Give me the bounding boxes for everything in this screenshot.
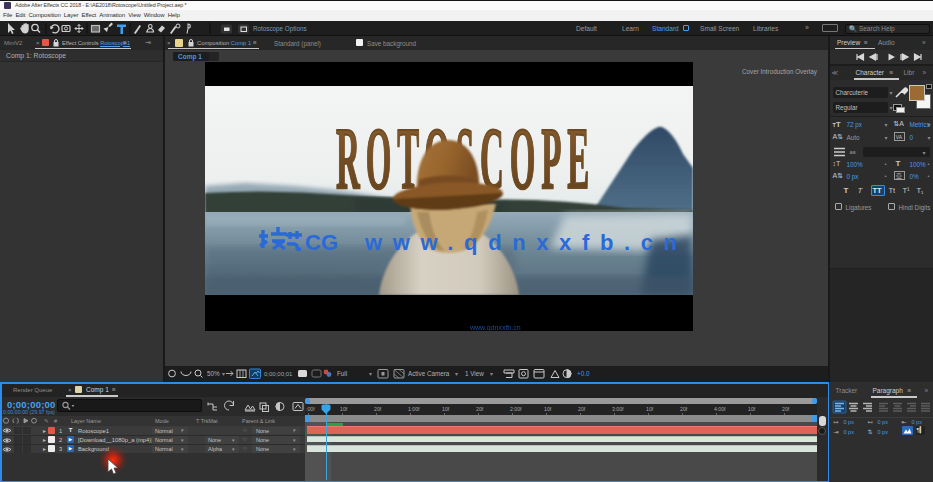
svg-text:Mode: Mode <box>155 418 169 424</box>
svg-text:20f: 20f <box>476 406 484 412</box>
svg-text:▾: ▾ <box>222 371 225 377</box>
svg-text:10f: 10f <box>340 406 348 412</box>
svg-text::00f: :00f <box>306 406 315 412</box>
svg-text:#: # <box>54 418 58 424</box>
svg-text:Full: Full <box>337 370 347 377</box>
svg-text:✎: ✎ <box>44 418 49 424</box>
svg-text:10f: 10f <box>646 406 654 412</box>
svg-text:20f: 20f <box>374 406 382 412</box>
svg-text:▾: ▾ <box>490 371 493 377</box>
svg-text:20f: 20f <box>578 406 586 412</box>
svg-text:T TrkMat: T TrkMat <box>196 418 218 424</box>
svg-text:Layer Name: Layer Name <box>71 418 101 424</box>
svg-text:10f: 10f <box>442 406 450 412</box>
svg-text:50%: 50% <box>207 370 220 377</box>
svg-text:Rotoscope Options: Rotoscope Options <box>253 25 307 33</box>
svg-text:0;00;00;01: 0;00;00;01 <box>264 371 293 377</box>
svg-text:Parent & Link: Parent & Link <box>242 418 275 424</box>
svg-text:Active Camera: Active Camera <box>408 370 450 377</box>
svg-text:1:00f: 1:00f <box>408 406 420 412</box>
svg-text:20f: 20f <box>680 406 688 412</box>
svg-text:20f: 20f <box>782 406 790 412</box>
svg-text:2:00f: 2:00f <box>510 406 522 412</box>
svg-text:▾: ▾ <box>369 371 372 377</box>
svg-text:3:00f: 3:00f <box>612 406 624 412</box>
svg-text:CG: CG <box>305 230 338 255</box>
svg-text:4:00f: 4:00f <box>714 406 726 412</box>
svg-text:10f: 10f <box>544 406 552 412</box>
svg-text:▾: ▾ <box>455 371 458 377</box>
svg-text:www.qdnxxfb.cn: www.qdnxxfb.cn <box>469 324 521 331</box>
svg-text:10f: 10f <box>748 406 756 412</box>
svg-text:+0.0: +0.0 <box>577 370 590 377</box>
svg-text:1 View: 1 View <box>465 370 484 377</box>
